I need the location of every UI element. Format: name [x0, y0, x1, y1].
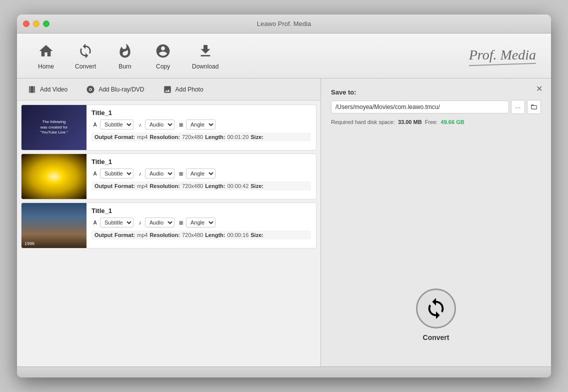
add-bluray-button[interactable]: Add Blu-ray/DVD	[82, 82, 148, 96]
save-to-label: Save to:	[331, 88, 541, 96]
close-window-button[interactable]	[23, 20, 30, 27]
subtitle-icon-2: A	[92, 170, 98, 177]
angle-group-3: ⊞ Angle	[178, 218, 216, 228]
video-dropdowns-3: A Subtitle ♪ Audio	[92, 218, 311, 228]
add-video-button[interactable]: Add Video	[23, 82, 72, 96]
video-dropdowns-1: A Subtitle ♪ Audio	[92, 120, 311, 130]
add-photo-icon	[162, 84, 172, 94]
copy-label: Copy	[156, 63, 170, 70]
add-photo-button[interactable]: Add Photo	[158, 82, 208, 96]
window-title: Leawo Prof. Media	[257, 20, 311, 28]
add-video-icon	[27, 84, 37, 94]
video-title-3: Title_1	[92, 207, 311, 214]
right-panel: ✕ Save to: ··· Required hard disk space:…	[321, 78, 551, 366]
video-thumbnail-3: 1996	[22, 203, 86, 248]
angle-icon-2: ⊞	[178, 170, 184, 177]
subtitle-group-1: A Subtitle	[92, 120, 134, 130]
titlebar: Leawo Prof. Media	[17, 14, 551, 34]
subtitle-select-3[interactable]: Subtitle	[100, 218, 134, 228]
video-controls-2: Title_1 A Subtitle ♪ Au	[86, 154, 316, 199]
format-key-2: Format:	[114, 183, 135, 189]
maximize-window-button[interactable]	[43, 20, 50, 27]
minimize-window-button[interactable]	[33, 20, 40, 27]
video-item-3: 1996 Title_1 A Subtitle	[21, 202, 316, 248]
save-path-row: ···	[331, 100, 541, 114]
thumb-year-3: 1996	[24, 241, 34, 246]
disk-free-label: Free:	[425, 119, 438, 125]
app-logo: Prof. Media	[469, 47, 536, 65]
add-bluray-icon	[86, 84, 96, 94]
add-toolbar: Add Video Add Blu-ray/DVD	[17, 78, 320, 100]
size-key-1: Size:	[250, 134, 264, 140]
audio-select-2[interactable]: Audio	[145, 168, 174, 178]
video-item-1: The followingwas created for"YouTube Liv…	[21, 104, 316, 150]
toolbar-convert[interactable]: Convert	[65, 38, 106, 74]
add-photo-label: Add Photo	[176, 86, 204, 93]
audio-icon-1: ♪	[136, 121, 144, 128]
toolbar-copy[interactable]: Copy	[144, 38, 182, 74]
home-label: Home	[38, 63, 54, 70]
angle-icon-3: ⊞	[178, 219, 184, 226]
angle-group-2: ⊞ Angle	[178, 168, 216, 178]
toolbar-download[interactable]: Download	[182, 38, 228, 74]
subtitle-group-3: A Subtitle	[92, 218, 134, 228]
video-dropdowns-2: A Subtitle ♪ Audio	[92, 168, 311, 178]
convert-button[interactable]: Convert	[416, 288, 456, 342]
burn-label: Burn	[118, 63, 131, 70]
angle-select-1[interactable]: Angle	[186, 120, 216, 130]
angle-select-3[interactable]: Angle	[186, 218, 216, 228]
subtitle-select-1[interactable]: Subtitle	[100, 120, 134, 130]
toolbar-burn[interactable]: Burn	[106, 38, 144, 74]
toolbar: Home Convert Burn	[17, 34, 551, 78]
output-info-1: Output Format: mp4 Resolution: 720x480 L…	[92, 132, 311, 142]
format-val-2: mp4	[137, 183, 148, 189]
output-label-3: Output	[94, 232, 112, 238]
audio-group-1: ♪ Audio	[136, 120, 174, 130]
resolution-key-3: Resolution:	[150, 232, 180, 238]
output-info-3: Output Format: mp4 Resolution: 720x480 L…	[92, 230, 311, 240]
path-folder-button[interactable]	[527, 100, 541, 114]
close-right-panel-button[interactable]: ✕	[534, 84, 544, 94]
video-controls-3: Title_1 A Subtitle ♪ Au	[86, 203, 316, 248]
length-key-3: Length:	[205, 232, 225, 238]
add-video-label: Add Video	[40, 86, 68, 93]
subtitle-group-2: A Subtitle	[92, 168, 134, 178]
size-key-3: Size:	[250, 232, 264, 238]
resolution-val-3: 720x480	[182, 232, 203, 238]
length-key-2: Length:	[205, 183, 225, 189]
size-key-2: Size:	[250, 183, 264, 189]
video-title-2: Title_1	[92, 158, 311, 166]
audio-select-1[interactable]: Audio	[145, 120, 174, 130]
angle-icon-1: ⊞	[178, 121, 184, 128]
angle-select-2[interactable]: Angle	[186, 168, 216, 178]
audio-icon-2: ♪	[136, 170, 144, 177]
audio-select-3[interactable]: Audio	[145, 218, 174, 228]
convert-label: Convert	[423, 334, 450, 342]
video-thumbnail-1: The followingwas created for"YouTube Liv…	[22, 105, 86, 150]
audio-group-3: ♪ Audio	[136, 218, 174, 228]
main-window: Leawo Prof. Media Home Convert	[17, 14, 551, 378]
path-more-button[interactable]: ···	[511, 100, 525, 114]
disk-info: Required hard disk space: 33.00 MB Free:…	[331, 119, 541, 125]
format-key-3: Format:	[114, 232, 135, 238]
status-bar	[17, 366, 551, 378]
subtitle-icon-3: A	[92, 219, 98, 226]
add-bluray-label: Add Blu-ray/DVD	[98, 86, 144, 93]
copy-icon	[154, 42, 172, 60]
resolution-val-1: 720x480	[182, 134, 203, 140]
save-path-input[interactable]	[331, 100, 509, 114]
output-label-1: Output	[94, 134, 112, 140]
home-icon	[37, 42, 55, 60]
toolbar-home[interactable]: Home	[27, 38, 65, 74]
audio-icon-3: ♪	[136, 219, 144, 226]
traffic-lights	[23, 20, 50, 27]
length-val-1: 00:01:20	[227, 134, 248, 140]
disk-size: 33.00 MB	[398, 119, 422, 125]
download-label: Download	[192, 63, 218, 70]
convert-section: Convert	[331, 133, 541, 356]
subtitle-select-2[interactable]: Subtitle	[100, 168, 134, 178]
format-val-1: mp4	[137, 134, 148, 140]
format-val-3: mp4	[137, 232, 148, 238]
content-area: Add Video Add Blu-ray/DVD	[17, 78, 551, 366]
length-key-1: Length:	[205, 134, 225, 140]
